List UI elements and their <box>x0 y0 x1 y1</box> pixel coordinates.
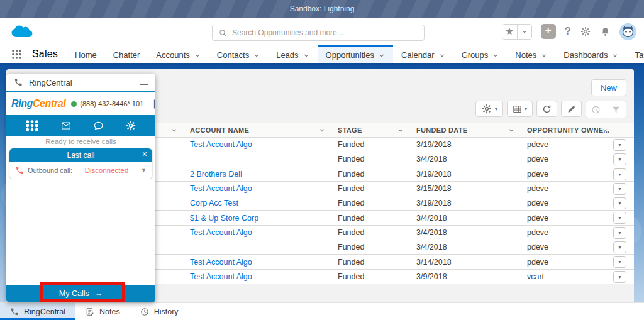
row-actions-button[interactable]: ▾ <box>613 139 626 151</box>
funded-date-cell: 3/15/2018 <box>409 182 519 196</box>
ringcentral-window-title: RingCentral <box>29 78 133 87</box>
setup-gear-icon[interactable] <box>580 26 591 37</box>
row-actions-button[interactable]: ▾ <box>613 256 626 268</box>
expand-chevron-icon[interactable]: ▼ <box>141 167 147 174</box>
stage-value: Funded <box>338 170 364 179</box>
nav-item-contacts[interactable]: Contacts <box>209 45 268 63</box>
account-name-link[interactable]: Test Account Algo <box>190 272 252 281</box>
row-actions-button[interactable]: ▾ <box>613 212 626 224</box>
chevron-down-icon[interactable] <box>319 127 325 133</box>
chevron-down-icon[interactable] <box>171 127 177 133</box>
display-as-button[interactable]: ▾ <box>507 101 533 117</box>
online-status-dot <box>71 101 77 107</box>
notifications-bell-icon[interactable] <box>600 26 611 37</box>
stage-cell: Funded <box>330 270 409 284</box>
last-call-header: Last call × <box>9 148 152 162</box>
funded-date-value: 3/19/2018 <box>416 140 452 149</box>
list-view-controls-button[interactable]: ▾ <box>475 101 503 117</box>
favorites-dropdown-icon[interactable] <box>517 25 531 39</box>
nav-item-notes[interactable]: Notes <box>507 45 555 63</box>
minimize-icon[interactable] <box>140 84 148 85</box>
nav-item-label: Groups <box>462 50 489 60</box>
refresh-button[interactable] <box>536 101 557 117</box>
settings-gear-icon[interactable] <box>125 120 136 131</box>
column-header-account-name[interactable]: ACCOUNT NAME <box>182 123 330 137</box>
column-header-opportunity-owne-[interactable]: OPPORTUNITY OWNE... <box>519 123 613 137</box>
list-toolbar: ▾▾ <box>475 101 626 118</box>
nav-item-chatter[interactable]: Chatter <box>105 45 148 63</box>
utility-tab-label: Notes <box>99 307 120 316</box>
nav-item-tasks[interactable]: Tasks <box>626 45 644 63</box>
funded-date-cell: 3/19/2018 <box>409 196 519 210</box>
row-actions-button[interactable]: ▾ <box>613 241 626 253</box>
messages-icon[interactable] <box>60 121 72 131</box>
utility-tab-history[interactable]: History <box>130 303 189 320</box>
nav-item-calendar[interactable]: Calendar <box>393 45 453 63</box>
line-number: (888) 432-8446* 101 <box>80 100 143 108</box>
stage-value: Funded <box>338 140 364 149</box>
nav-item-leads[interactable]: Leads <box>268 45 317 63</box>
account-name-cell <box>182 152 330 166</box>
column-label: ACCOUNT NAME <box>190 126 249 134</box>
add-icon[interactable]: + <box>541 24 556 39</box>
column-header-funded-date[interactable]: FUNDED DATE <box>409 123 519 137</box>
row-actions-button[interactable]: ▾ <box>613 227 626 239</box>
nav-item-accounts[interactable]: Accounts <box>148 45 208 63</box>
funded-date-value: 3/4/2018 <box>416 243 447 251</box>
account-name-link[interactable]: Test Account Algo <box>190 140 252 149</box>
utility-tab-notes[interactable]: Notes <box>75 303 130 320</box>
nav-item-groups[interactable]: Groups <box>453 45 508 63</box>
row-actions-button[interactable]: ▾ <box>613 153 626 165</box>
owner-cell: pdeve <box>519 138 613 152</box>
new-button[interactable]: New <box>591 79 626 96</box>
owner-value: pdeve <box>527 140 548 149</box>
nav-items: HomeChatterAccountsContactsLeadsOpportun… <box>67 45 644 63</box>
account-name-cell: Test Account Algo <box>182 226 330 240</box>
app-name: Sales <box>32 48 58 60</box>
chart-icon <box>591 105 601 114</box>
edit-list-button[interactable] <box>561 101 582 117</box>
nav-item-label: Dashboards <box>564 50 608 60</box>
utility-tab-ringcentral[interactable]: RingCentral <box>0 303 75 320</box>
logout-icon[interactable] <box>152 99 155 109</box>
global-search[interactable] <box>212 25 425 41</box>
nav-item-opportunities[interactable]: Opportunities <box>318 45 393 63</box>
stage-value: Funded <box>338 199 364 207</box>
chevron-down-icon[interactable] <box>397 127 404 133</box>
search-input[interactable] <box>232 28 418 37</box>
funded-date-value: 3/4/2018 <box>416 228 447 237</box>
account-name-link[interactable]: $1 & Up Store Corp <box>190 214 258 223</box>
row-actions-button[interactable]: ▾ <box>613 183 626 195</box>
help-icon[interactable]: ? <box>565 25 571 38</box>
row-actions-button[interactable]: ▾ <box>613 197 626 209</box>
dialpad-icon[interactable] <box>25 120 39 131</box>
column-header-stage[interactable]: STAGE <box>330 123 409 137</box>
outbound-call-phone-icon <box>15 166 24 175</box>
column-label: FUNDED DATE <box>416 126 467 134</box>
account-name-link[interactable]: Corp Acc Test <box>190 199 238 207</box>
account-name-link[interactable]: Test Account Algo <box>190 184 252 193</box>
stage-value: Funded <box>338 243 364 251</box>
chevron-down-icon[interactable] <box>602 127 608 133</box>
ringcentral-titlebar[interactable]: RingCentral <box>6 74 155 92</box>
account-name-link[interactable]: Test Account Algo <box>190 258 252 267</box>
owner-cell: pdeve <box>519 167 613 181</box>
account-name-cell: Test Account Algo <box>182 138 330 152</box>
close-icon[interactable]: × <box>142 149 147 159</box>
chevron-down-icon[interactable] <box>508 127 514 133</box>
account-name-link[interactable]: Test Account Algo <box>190 228 252 237</box>
nav-item-label: Leads <box>276 50 298 60</box>
nav-item-dashboards[interactable]: Dashboards <box>555 45 626 63</box>
row-actions-button[interactable]: ▾ <box>613 168 626 180</box>
sms-chat-icon[interactable] <box>92 121 104 131</box>
favorites-star-icon[interactable] <box>502 25 517 39</box>
user-avatar[interactable] <box>619 23 636 40</box>
chevron-down-icon <box>541 52 547 58</box>
app-launcher-waffle-icon[interactable] <box>11 49 22 60</box>
owner-value: pdeve <box>527 258 548 267</box>
nav-item-home[interactable]: Home <box>67 45 105 63</box>
account-name-link[interactable]: 2 Brothers Deli <box>190 170 242 179</box>
row-actions-button[interactable]: ▾ <box>613 271 626 283</box>
owner-cell: pdeve <box>519 182 613 196</box>
header-actions: +? <box>502 23 636 40</box>
